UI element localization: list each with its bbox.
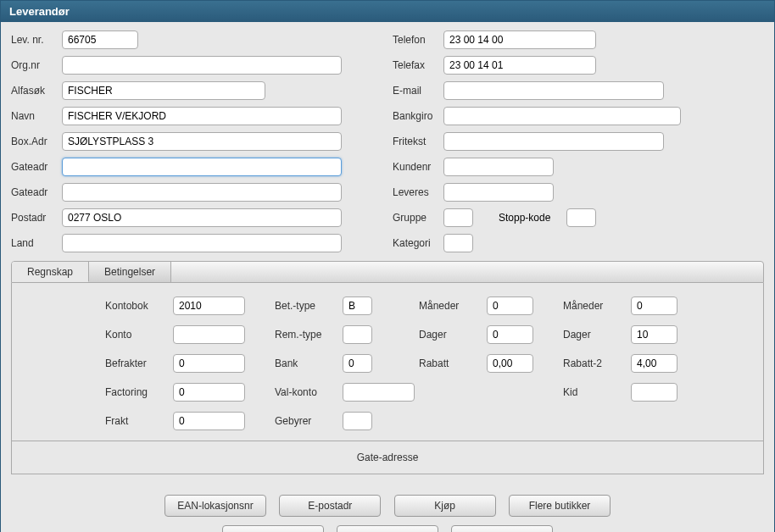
rabatt2-label: Rabatt-2	[563, 357, 631, 369]
button-row-2: Slett Lagre Avbryt	[1, 522, 774, 532]
telefon-input[interactable]	[443, 30, 596, 49]
frakt-input[interactable]	[173, 412, 245, 430]
gebyrer-label: Gebyrer	[275, 415, 343, 427]
slett-button[interactable]: Slett	[222, 525, 324, 532]
dager1-label: Dager	[419, 329, 487, 341]
maneder2-input[interactable]	[631, 296, 677, 315]
boxadr-label: Box.Adr	[11, 136, 62, 147]
tabs-container: Regnskap Betingelser Kontobok Konto Befr…	[11, 261, 764, 474]
kategori-label: Kategori	[393, 237, 443, 249]
orgnr-label: Org.nr	[11, 59, 62, 71]
boxadr-input[interactable]	[62, 132, 342, 151]
valkonto-input[interactable]	[343, 383, 415, 402]
kjop-button[interactable]: Kjøp	[394, 495, 496, 517]
postadr-input[interactable]	[62, 208, 342, 227]
gateadr1-label: Gateadr	[11, 161, 62, 173]
dager2-label: Dager	[563, 329, 631, 341]
factoring-label: Factoring	[105, 386, 173, 398]
bankgiro-label: Bankgiro	[393, 110, 443, 122]
bettype-input[interactable]	[343, 296, 372, 315]
kontobok-input[interactable]	[173, 296, 245, 315]
leveres-label: Leveres	[393, 186, 443, 198]
land-label: Land	[11, 237, 62, 249]
valkonto-label: Val-konto	[275, 386, 343, 398]
window-title: Leverandør	[1, 1, 774, 22]
levnr-label: Lev. nr.	[11, 34, 62, 46]
tab-strip: Regnskap Betingelser	[11, 261, 764, 283]
fritekst-label: Fritekst	[393, 136, 443, 147]
lagre-button[interactable]: Lagre	[337, 525, 438, 532]
gateadresse-section[interactable]: Gate-adresse	[11, 441, 764, 474]
gateadr2-input[interactable]	[62, 183, 342, 202]
rabatt-label: Rabatt	[419, 357, 487, 369]
frakt-label: Frakt	[105, 415, 173, 427]
form-area: Lev. nr. Org.nr Alfasøk Navn Box.Adr Gat…	[1, 22, 774, 258]
levnr-input[interactable]	[62, 30, 138, 49]
fritekst-input[interactable]	[443, 132, 664, 151]
maneder1-input[interactable]	[487, 296, 533, 315]
right-column: Telefon Telefax E-mail Bankgiro Fritekst…	[393, 29, 764, 254]
kundenr-input[interactable]	[443, 158, 554, 176]
avbryt-button[interactable]: Avbryt	[451, 525, 553, 532]
konto-input[interactable]	[173, 325, 245, 344]
land-input[interactable]	[62, 234, 342, 252]
telefax-input[interactable]	[443, 56, 596, 75]
alfasok-input[interactable]	[62, 81, 265, 100]
gebyrer-input[interactable]	[343, 412, 372, 430]
befrakter-label: Befrakter	[105, 357, 173, 369]
kundenr-label: Kundenr	[393, 161, 443, 173]
navn-input[interactable]	[62, 107, 342, 125]
kid-input[interactable]	[631, 383, 677, 402]
epost-button[interactable]: E-postadr	[279, 495, 381, 517]
rabatt2-input[interactable]	[631, 354, 677, 373]
remtype-label: Rem.-type	[275, 329, 343, 341]
stoppkode-input[interactable]	[566, 208, 596, 227]
befrakter-input[interactable]	[173, 354, 245, 373]
ean-button[interactable]: EAN-lokasjonsnr	[164, 495, 266, 517]
orgnr-input[interactable]	[62, 56, 342, 75]
email-label: E-mail	[393, 85, 443, 97]
gateadr2-label: Gateadr	[11, 186, 62, 198]
telefon-label: Telefon	[393, 34, 443, 46]
flere-button[interactable]: Flere butikker	[509, 495, 611, 517]
left-column: Lev. nr. Org.nr Alfasøk Navn Box.Adr Gat…	[11, 29, 393, 254]
bankgiro-input[interactable]	[443, 107, 681, 125]
alfasok-label: Alfasøk	[11, 85, 62, 97]
kategori-input[interactable]	[443, 234, 473, 252]
telefax-label: Telefax	[393, 59, 443, 71]
bank-input[interactable]	[343, 354, 372, 373]
button-row-1: EAN-lokasjonsnr E-postadr Kjøp Flere but…	[1, 485, 774, 522]
dager2-input[interactable]	[631, 325, 677, 344]
factoring-input[interactable]	[173, 383, 245, 402]
maneder1-label: Måneder	[419, 300, 487, 312]
rabatt-input[interactable]	[487, 354, 533, 373]
gruppe-label: Gruppe	[393, 212, 443, 224]
gruppe-input[interactable]	[443, 208, 473, 227]
gateadr1-input[interactable]	[62, 158, 342, 176]
navn-label: Navn	[11, 110, 62, 122]
leveres-input[interactable]	[443, 183, 554, 202]
kontobok-label: Kontobok	[105, 300, 173, 312]
dager1-input[interactable]	[487, 325, 533, 344]
tab-body-regnskap: Kontobok Konto Befrakter Factoring Frakt…	[11, 283, 764, 441]
postadr-label: Postadr	[11, 212, 62, 224]
bank-label: Bank	[275, 357, 343, 369]
email-input[interactable]	[443, 81, 664, 100]
tab-betingelser[interactable]: Betingelser	[89, 262, 171, 282]
bettype-label: Bet.-type	[275, 300, 343, 312]
supplier-window: Leverandør Lev. nr. Org.nr Alfasøk Navn …	[0, 0, 775, 532]
stoppkode-label: Stopp-kode	[499, 212, 566, 224]
konto-label: Konto	[105, 329, 173, 341]
kid-label: Kid	[563, 386, 631, 398]
remtype-input[interactable]	[343, 325, 372, 344]
maneder2-label: Måneder	[563, 300, 631, 312]
tab-regnskap[interactable]: Regnskap	[12, 262, 89, 282]
